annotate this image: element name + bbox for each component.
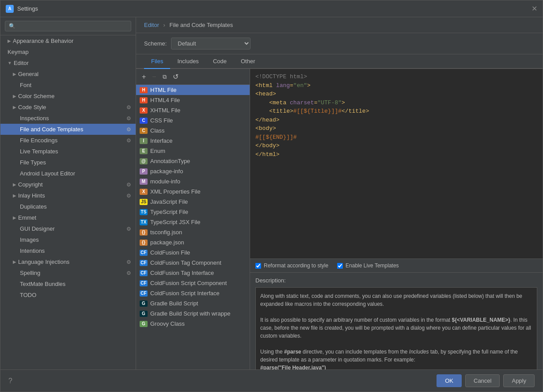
breadcrumb-parent[interactable]: Editor	[144, 22, 159, 28]
live-templates-checkbox[interactable]	[337, 263, 343, 269]
template-label: package.json	[150, 239, 184, 246]
sidebar-item-androidlayout[interactable]: Android Layout Editor	[0, 168, 136, 179]
close-button[interactable]: ✕	[532, 4, 537, 13]
sidebar-item-intentions[interactable]: Intentions	[0, 245, 136, 256]
settings-icon: ⚙	[126, 137, 131, 144]
settings-icon: ⚙	[126, 259, 131, 265]
template-item-css-file[interactable]: C CSS File	[136, 115, 250, 126]
template-item-module-info[interactable]: M module-info	[136, 176, 250, 186]
ok-button[interactable]: OK	[437, 374, 462, 387]
reset-template-button[interactable]: ↺	[171, 72, 181, 82]
template-item-package-info[interactable]: P package-info	[136, 166, 250, 176]
template-icon: G	[140, 311, 148, 317]
template-item-html-file[interactable]: H HTML File	[136, 85, 250, 95]
sidebar-item-duplicates[interactable]: Duplicates	[0, 201, 136, 212]
sidebar-item-label: GUI Designer	[20, 225, 55, 232]
sidebar-item-textmatebundles[interactable]: TextMate Bundles	[0, 278, 136, 289]
sidebar-item-label: File Encodings	[20, 137, 57, 144]
tab-files[interactable]: Files	[144, 54, 170, 69]
arrow-icon: ▶	[13, 193, 16, 198]
template-item-html4-file[interactable]: H HTML4 File	[136, 95, 250, 105]
add-template-button[interactable]: +	[140, 72, 148, 82]
breadcrumb: Editor › File and Code Templates	[136, 17, 543, 33]
sidebar-item-label: Live Templates	[20, 148, 58, 155]
sidebar-item-appearance[interactable]: ▶ Appearance & Behavior	[0, 35, 136, 46]
content-area: ▶ Appearance & Behavior Keymap ▼ Editor …	[0, 17, 543, 369]
tab-other[interactable]: Other	[234, 54, 262, 69]
code-line: </head>	[255, 116, 537, 125]
sidebar-item-emmet[interactable]: ▶ Emmet	[0, 212, 136, 223]
template-item-annotationtype[interactable]: @ AnnotationType	[136, 156, 250, 166]
code-editor[interactable]: <!DOCTYPE html> <html lang="en"> <head> …	[250, 69, 543, 259]
help-icon[interactable]: ?	[8, 377, 12, 385]
template-item-interface[interactable]: I Interface	[136, 136, 250, 146]
sidebar-item-label: TextMate Bundles	[20, 281, 65, 287]
copy-icon: ⧉	[163, 73, 167, 80]
sidebar-item-colorscheme[interactable]: ▶ Color Scheme	[0, 91, 136, 102]
tab-code[interactable]: Code	[206, 54, 234, 69]
template-item-typescript-jsx[interactable]: TX TypeScript JSX File	[136, 217, 250, 227]
editor-options: Reformat according to style Enable Live …	[250, 259, 543, 272]
sidebar-item-inlayhints[interactable]: ▶ Inlay Hints ⚙	[0, 190, 136, 201]
sidebar: ▶ Appearance & Behavior Keymap ▼ Editor …	[0, 17, 136, 369]
sidebar-item-keymap[interactable]: Keymap	[0, 46, 136, 57]
scheme-label: Scheme:	[144, 40, 167, 47]
tab-includes[interactable]: Includes	[170, 54, 205, 69]
live-templates-label: Enable Live Templates	[346, 263, 399, 269]
code-line: <html lang="en">	[255, 81, 537, 90]
template-item-cf-script-iface[interactable]: CF ColdFusion Script Interface	[136, 288, 250, 298]
template-label: XML Properties File	[150, 188, 201, 195]
sidebar-item-editor[interactable]: ▼ Editor	[0, 57, 136, 69]
desc-para-1: Along with static text, code and comment…	[260, 292, 532, 308]
template-icon: CF	[140, 290, 148, 297]
template-item-typescript[interactable]: TS TypeScript File	[136, 207, 250, 217]
template-label: tsconfig.json	[150, 229, 182, 236]
template-item-xml-properties[interactable]: X XML Properties File	[136, 186, 250, 197]
template-item-package-json[interactable]: {} package.json	[136, 237, 250, 247]
search-input[interactable]	[5, 21, 131, 31]
sidebar-item-livetemplates[interactable]: Live Templates	[0, 146, 136, 157]
remove-template-button[interactable]: −	[150, 72, 158, 82]
template-icon: G	[140, 321, 148, 327]
template-label: package-info	[150, 168, 183, 175]
template-item-enum[interactable]: E Enum	[136, 146, 250, 156]
sidebar-item-languageinj[interactable]: ▶ Language Injections ⚙	[0, 256, 136, 267]
code-line: <head>	[255, 90, 537, 99]
sidebar-item-images[interactable]: Images	[0, 234, 136, 245]
sidebar-item-font[interactable]: Font	[0, 80, 136, 91]
live-templates-checkbox-label[interactable]: Enable Live Templates	[337, 263, 399, 269]
copy-template-button[interactable]: ⧉	[160, 72, 169, 81]
template-item-coldfusion-file[interactable]: CF ColdFusion File	[136, 247, 250, 258]
settings-icon: ⚙	[126, 104, 131, 110]
template-label: ColdFusion Tag Component	[150, 259, 221, 266]
cancel-button[interactable]: Cancel	[465, 374, 500, 387]
sidebar-item-spelling[interactable]: Spelling ⚙	[0, 267, 136, 278]
sidebar-item-fileencodings[interactable]: File Encodings ⚙	[0, 135, 136, 146]
template-item-xhtml-file[interactable]: X XHTML File	[136, 105, 250, 115]
sidebar-item-filecodetemp[interactable]: File and Code Templates ⚙	[0, 124, 136, 135]
reformat-checkbox[interactable]	[255, 263, 261, 269]
sidebar-item-label: File and Code Templates	[20, 126, 84, 133]
scheme-select[interactable]: Default	[171, 38, 251, 49]
template-item-cf-script-comp[interactable]: CF ColdFusion Script Component	[136, 278, 250, 288]
template-item-cf-tag-iface[interactable]: CF ColdFusion Tag Interface	[136, 268, 250, 278]
template-item-javascript[interactable]: JS JavaScript File	[136, 197, 250, 207]
template-item-class[interactable]: C Class	[136, 126, 250, 136]
template-item-groovy-class[interactable]: G Groovy Class	[136, 319, 250, 329]
sidebar-item-codestyle[interactable]: ▶ Code Style ⚙	[0, 102, 136, 113]
sidebar-item-todo[interactable]: TODO	[0, 289, 136, 301]
sidebar-item-general[interactable]: ▶ General	[0, 69, 136, 80]
template-item-tsconfig[interactable]: {} tsconfig.json	[136, 227, 250, 237]
sidebar-item-filetypes[interactable]: File Types	[0, 157, 136, 168]
template-item-cf-tag-comp[interactable]: CF ColdFusion Tag Component	[136, 258, 250, 268]
template-item-gradle-build-wrapper[interactable]: G Gradle Build Script with wrappe	[136, 308, 250, 319]
sidebar-item-guidesigner[interactable]: GUI Designer ⚙	[0, 223, 136, 234]
code-line: <meta charset="UTF-8">	[255, 99, 537, 107]
reformat-checkbox-label[interactable]: Reformat according to style	[255, 263, 328, 269]
template-item-gradle-build[interactable]: G Gradle Build Script	[136, 298, 250, 308]
settings-icon: ⚙	[126, 270, 131, 276]
sidebar-item-copyright[interactable]: ▶ Copyright ⚙	[0, 179, 136, 190]
sidebar-item-label: Language Injections	[18, 259, 69, 265]
sidebar-item-inspections[interactable]: Inspections ⚙	[0, 113, 136, 124]
apply-button[interactable]: Apply	[503, 374, 535, 387]
